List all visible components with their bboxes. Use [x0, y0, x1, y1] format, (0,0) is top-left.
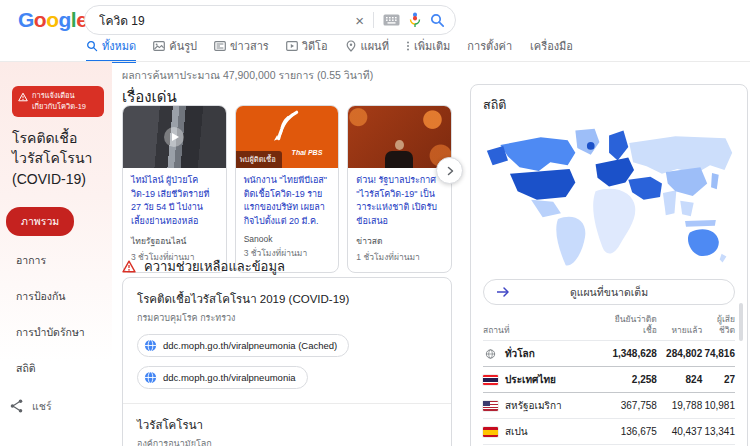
- help-link-chip[interactable]: ddc.moph.go.th/viralpneumonia: [137, 366, 308, 389]
- share-button[interactable]: แชร์: [10, 398, 104, 415]
- statistics-panel: สถิติ: [470, 84, 748, 446]
- search-submit-button[interactable]: [430, 13, 445, 28]
- logo-letter: o: [46, 8, 58, 31]
- story-source: ข่าวสด: [356, 234, 443, 248]
- tools-menu[interactable]: เครื่องมือ: [530, 37, 573, 63]
- table-header-row: สถานที่ ยืนยันว่าติดเชื้อ หายแล้ว ผู้เสี…: [483, 314, 735, 341]
- search-icon: [430, 13, 445, 28]
- sidebar-item-statistics[interactable]: สถิติ: [6, 355, 46, 382]
- story-card[interactable]: ด่วน! รัฐบาลประกาศ "ไวรัสโควิด-19" เป็นว…: [347, 105, 452, 273]
- table-row: ประเทศไทย 2,258 824 27: [483, 367, 735, 393]
- tab-maps[interactable]: แผนที่: [345, 37, 389, 63]
- search-bar[interactable]: ×: [84, 5, 456, 35]
- sidebar-item-overview[interactable]: ภาพรวม: [6, 207, 74, 236]
- google-logo[interactable]: Google: [18, 8, 87, 32]
- table-row: สหรัฐอเมริกา 367,758 19,788 10,981: [483, 393, 735, 419]
- row-location: สหรัฐอเมริกา: [505, 398, 562, 413]
- story-body: ด่วน! รัฐบาลประกาศ "ไวรัสโควิด-19" เป็นว…: [348, 168, 451, 272]
- map-africa: [593, 189, 635, 254]
- tab-images[interactable]: ค้นรูป: [153, 37, 197, 63]
- map-south-america: [556, 217, 585, 266]
- row-location: ประเทศไทย: [505, 372, 556, 387]
- person-silhouette: [385, 140, 415, 168]
- row-location: สเปน: [505, 424, 528, 439]
- map-greenland: [575, 129, 599, 155]
- map-usa: [510, 169, 575, 200]
- col-recovered: หายแล้ว: [657, 314, 702, 341]
- voice-search-button[interactable]: [409, 12, 421, 28]
- globe-icon: [144, 339, 157, 352]
- story-card[interactable]: ไทม์ไลน์ ผู้ป่วยโควิด-19 เสียชีวิตรายที่…: [122, 105, 227, 273]
- map-australia: [688, 229, 719, 256]
- map-russia: [629, 136, 732, 174]
- tab-news[interactable]: ข่าวสาร: [214, 37, 269, 63]
- news-icon: [214, 40, 226, 52]
- story-title: พนักงาน "ไทยพีบีเอส" ติดเชื้อโควิด-19 รา…: [244, 174, 331, 228]
- thaipbs-logo-text: Thai PBS: [292, 149, 323, 156]
- table-row: ทั่วโลก 1,348,628 284,802 74,816: [483, 341, 735, 367]
- tab-all[interactable]: ทั้งหมด: [86, 37, 136, 63]
- help-link-chip[interactable]: ddc.moph.go.th/viralpneumonia (Cached): [137, 334, 349, 357]
- arrow-right-icon: [496, 286, 510, 298]
- map-japan: [711, 173, 719, 189]
- story-card[interactable]: Thai PBS พบผู้ติดเชื้อ พนักงาน "ไทยพีบีเ…: [235, 105, 340, 273]
- clear-search-button[interactable]: ×: [355, 13, 364, 28]
- row-deaths: 10,981: [702, 393, 735, 419]
- help-group-subtitle: กรมควบคุมโรค กระทรวง: [137, 311, 437, 325]
- tab-videos[interactable]: วิดีโอ: [286, 37, 328, 63]
- tab-label: วิดีโอ: [302, 37, 328, 55]
- videos-icon: [286, 40, 298, 52]
- help-section-heading: ความช่วยเหลือและข้อมูล: [122, 256, 285, 277]
- sidebar-item-prevention[interactable]: การป้องกัน: [6, 283, 76, 310]
- map-southeast-asia: [680, 201, 693, 216]
- map-europe: [596, 158, 634, 187]
- row-deaths: 27: [702, 367, 735, 393]
- keyboard-icon: [383, 14, 400, 26]
- spain-flag-icon: [483, 427, 498, 437]
- story-source: Sanook: [244, 234, 331, 244]
- share-label: แชร์: [32, 398, 52, 415]
- row-confirmed: 367,758: [594, 393, 657, 419]
- search-icon: [86, 40, 98, 52]
- settings-menu[interactable]: การตั้งค่า: [467, 37, 512, 63]
- search-input[interactable]: [99, 13, 346, 27]
- map-canada: [500, 137, 575, 171]
- settings-label: การตั้งค่า: [467, 37, 512, 55]
- thailand-flag-icon: [483, 375, 498, 385]
- map-scandinavia: [609, 131, 628, 161]
- map-new-zealand: [720, 254, 727, 263]
- map-indonesia: [685, 220, 716, 227]
- logo-letter: o: [34, 8, 46, 31]
- close-icon: ×: [355, 13, 364, 28]
- carousel-next-button[interactable]: [436, 157, 463, 184]
- help-heading-label: ความช่วยเหลือและข้อมูล: [144, 256, 285, 277]
- tab-more[interactable]: เพิ่มเติม: [406, 37, 450, 63]
- logo-letter: G: [18, 8, 34, 31]
- story-source: ไทยรัฐออนไลน์: [131, 234, 218, 248]
- story-title: ด่วน! รัฐบาลประกาศ "ไวรัสโควิด-19" เป็นว…: [356, 174, 443, 228]
- col-confirmed: ยืนยันว่าติดเชื้อ: [594, 314, 657, 341]
- row-deaths: 74,816: [702, 341, 735, 367]
- sidebar-item-treatment[interactable]: การบำบัดรักษา: [6, 319, 95, 346]
- divider: [123, 403, 451, 404]
- alert-text: การแจ้งเตือน เกี่ยวกับโควิด-19: [32, 91, 86, 112]
- row-recovered: 19,788: [657, 393, 702, 419]
- table-scrollbar[interactable]: [739, 303, 743, 341]
- row-deaths: 13,341: [702, 419, 735, 445]
- keyboard-button[interactable]: [383, 14, 400, 26]
- tab-label: ค้นรูป: [169, 37, 197, 55]
- story-thumbnail: [123, 106, 226, 168]
- covid-alert-badge[interactable]: การแจ้งเตือน เกี่ยวกับโควิด-19: [12, 86, 104, 117]
- usa-flag-icon: [483, 401, 498, 411]
- world-map[interactable]: [483, 121, 735, 271]
- sidebar-item-symptoms[interactable]: อาการ: [6, 247, 56, 274]
- view-full-map-button[interactable]: ดูแผนที่ขนาดเต็ม: [483, 279, 735, 305]
- chevron-right-icon: [444, 165, 456, 177]
- more-icon: [406, 40, 410, 52]
- search-tabs: ทั้งหมด ค้นรูป ข่าวสาร วิดีโอ: [86, 37, 505, 63]
- globe-icon: [144, 371, 157, 384]
- col-deaths: ผู้เสียชีวิต: [702, 314, 735, 341]
- story-time: 1 ชั่วโมงที่ผ่านมา: [356, 250, 443, 264]
- help-link-label: ddc.moph.go.th/viralpneumonia: [163, 372, 296, 383]
- covid-sidebar: การแจ้งเตือน เกี่ยวกับโควิด-19 โรคติดเชื…: [0, 62, 112, 446]
